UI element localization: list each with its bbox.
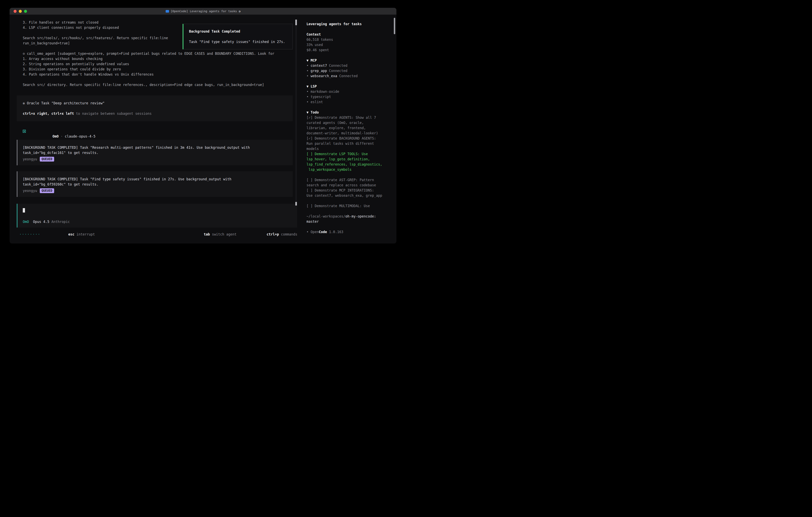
text-line: Leveraging agents for tasks [307, 21, 395, 27]
minimize-button[interactable] [19, 10, 22, 13]
traffic-lights [9, 10, 27, 13]
chat-scrollback[interactable]: 3. File handles or streams not closed4. … [9, 15, 302, 197]
status-bar: ········ esc interrupt tab switch agent … [9, 227, 302, 244]
text-line: 33% used [307, 42, 395, 47]
text-line: ▼ MCP [307, 58, 395, 63]
text-line: [BACKGROUND TASK COMPLETED] Task "Find t… [23, 176, 287, 182]
text-line: $0.46 spent [307, 47, 395, 53]
status-badge: QUEUED [40, 188, 54, 193]
text-line: • grep_app Connected [307, 68, 395, 73]
text-line: ▼ Todo [307, 110, 395, 115]
text-line: 4. Path operations that don't handle Win… [23, 72, 302, 77]
close-button[interactable] [13, 10, 17, 13]
text-line: Run parallel tasks with different [307, 141, 395, 146]
text-line: task_id="bg_dcfac161" to get results. [23, 150, 287, 155]
agent-header: OmO · claude-opus-4-5 [23, 129, 302, 134]
text-line: • websearch_exa Connected [307, 73, 395, 79]
oracle-panel-content: ◉ Oracle Task "Deep architecture review"… [23, 101, 287, 116]
text-line: [✓] Demonstrate AGENTS: Show all 7 [307, 115, 395, 120]
message-block: [BACKGROUND TASK COMPLETED] Task "Resear… [17, 140, 293, 165]
status-badge: QUEUED [40, 157, 54, 162]
text-line: Use context7, websearch_exa, grep_app [307, 193, 395, 198]
text-line: curated agents (OmO, oracle, [307, 120, 395, 125]
text-line: [ ] Demonstrate LSP TOOLS: Use [307, 151, 395, 157]
text-line: ctrl+x right, ctrl+x left to navigate be… [23, 111, 287, 116]
window-title: [OpenCode] Leveraging agents for tasks ◑ [9, 9, 397, 13]
input-model-line: OmO Opus 4.5 Anthropic [23, 219, 291, 224]
scrollbar-thumb-top[interactable] [295, 20, 297, 25]
text-line: Search src/ directory. Return specific f… [23, 82, 302, 87]
agent-square-icon [23, 130, 26, 133]
esc-key-label: interrupt [74, 232, 95, 236]
text-line: 66,518 tokens [307, 37, 395, 42]
text-line [307, 172, 395, 177]
text-line: • markdown-oxide [307, 89, 395, 94]
text-line: [ ] Demonstrate AST-GREP: Pattern [307, 177, 395, 183]
ctrlp-key-label: commands [279, 232, 297, 236]
main-scrollbar[interactable] [295, 20, 297, 206]
text-line: 2. String operations on potentially unde… [23, 61, 302, 66]
input-provider-name: Anthropic [51, 219, 70, 224]
message-block: [BACKGROUND TASK COMPLETED] Task "Find t… [17, 171, 293, 197]
tab-key-label: switch agent [210, 232, 237, 236]
window-proxy-icon [166, 10, 169, 12]
prompt-input[interactable]: OmO Opus 4.5 Anthropic [17, 204, 297, 227]
text-line: Task "Find type safety issues" finished … [189, 39, 287, 45]
text-line [307, 198, 395, 203]
text-line: models [307, 146, 395, 151]
terminal-window: [OpenCode] Leveraging agents for tasks ◑… [9, 8, 397, 244]
text-line [307, 27, 395, 32]
text-line: document-writer, multimodal-looker) [307, 131, 395, 136]
message-author: yeongyu [23, 157, 37, 161]
text-line: [ ] Demonstrate MCP INTEGRATIONS: [307, 188, 395, 193]
tab-key-hint: tab [204, 232, 210, 236]
text-line [307, 224, 395, 229]
session-sidebar: Leveraging agents for tasks Context66,51… [302, 15, 397, 244]
chat-main-area: 3. File handles or streams not closed4. … [9, 15, 302, 244]
text-line [189, 34, 287, 39]
text-line [307, 105, 395, 110]
oracle-task-panel: ◉ Oracle Task "Deep architecture review"… [17, 96, 293, 121]
text-line: lsp_find_references, lsp_diagnostics, [307, 162, 395, 167]
ctrlp-key-hint: ctrl+p [266, 232, 279, 236]
busy-spinner-icon: ········ [19, 232, 40, 236]
notification-content: Background Task Completed Task "Find typ… [189, 29, 287, 45]
text-line: Context [307, 32, 395, 37]
message-body: [BACKGROUND TASK COMPLETED] Task "Resear… [23, 145, 287, 155]
esc-key-hint: esc [68, 232, 75, 236]
zoom-button[interactable] [24, 10, 27, 13]
text-line: ⚙ call_omo_agent [subagent_type=explore,… [23, 51, 302, 56]
text-line: task_id="bg_6f59260c" to get results. [23, 182, 287, 187]
sidebar-content: Leveraging agents for tasks Context66,51… [307, 21, 395, 235]
text-line: 3. Division operations that could divide… [23, 66, 302, 72]
text-cursor [23, 208, 25, 213]
text-line: • OpenCode 1.0.163 [307, 229, 395, 235]
input-agent-name: OmO [23, 219, 29, 224]
text-line: ▼ LSP [307, 84, 395, 89]
agent-model: claude-opus-4-5 [65, 134, 95, 138]
text-line: • eslint [307, 99, 395, 105]
text-line [23, 106, 287, 111]
background-task-notification: Background Task Completed Task "Find typ… [183, 24, 293, 49]
text-line: Background Task Completed [189, 29, 287, 34]
text-line: [ ] Demonstrate MULTIMODAL: Use [307, 203, 395, 209]
text-line [307, 53, 395, 58]
text-line: ~/local-workspaces/oh-my-opencode: [307, 214, 395, 219]
text-line: librarian, explore, frontend, [307, 125, 395, 131]
text-line: [BACKGROUND TASK COMPLETED] Task "Resear… [23, 145, 287, 150]
agent-separator: · [59, 134, 65, 138]
text-line [23, 77, 302, 82]
window-title-text: [OpenCode] Leveraging agents for tasks ◑ [171, 9, 240, 13]
sidebar-scrollbar-thumb[interactable] [394, 18, 395, 34]
text-line: master [307, 219, 395, 224]
window-titlebar[interactable]: [OpenCode] Leveraging agents for tasks ◑ [9, 8, 397, 15]
text-line: lsp_workspace_symbols [307, 167, 395, 172]
text-line: [✓] Demonstrate BACKGROUND AGENTS: [307, 136, 395, 141]
text-line: • typescript [307, 94, 395, 99]
text-line: 1. Array access without bounds checking [23, 56, 302, 61]
scrollbar-thumb-bottom[interactable] [295, 202, 297, 206]
agent-name: OmO [53, 134, 59, 138]
text-line: • context7 Connected [307, 63, 395, 68]
text-line [307, 79, 395, 84]
text-line: search and replace across codebase [307, 183, 395, 188]
